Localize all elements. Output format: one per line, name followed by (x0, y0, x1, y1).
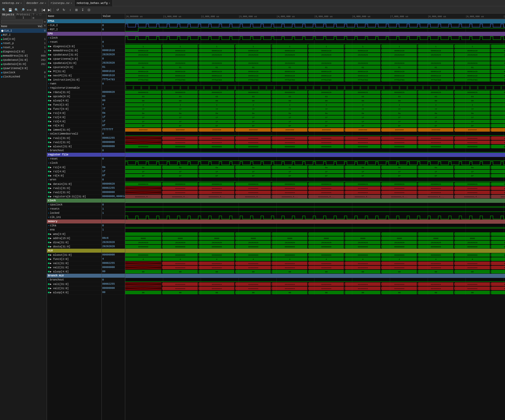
row-rwen-name[interactable]: ▪ rwen (47, 82, 101, 86)
row-immed-name[interactable]: ▦▶ immed[31:0] (47, 128, 101, 132)
row-cpu-reset-name[interactable]: ▪reset (47, 40, 101, 44)
row-cpuwriteena-name[interactable]: ▦▶ cpuwriteena[3:0] (47, 57, 101, 61)
signal-clocklocked[interactable]: ▣ clockLocked 1 (0, 75, 47, 79)
row-rf-rs2-name[interactable]: ▦▶ rs2[4:0] (47, 169, 101, 174)
go-start-button[interactable]: |◀ (40, 7, 46, 13)
row-func7-name[interactable]: ▦▶ func7[6:0] (47, 107, 101, 111)
close-tab-decoder[interactable]: ✕ (45, 2, 46, 5)
row-clk-locked-name[interactable]: ▪ locked (47, 211, 101, 215)
signal-cpuclock[interactable]: ▣ cpuclock 0 (0, 70, 47, 75)
marker-button[interactable]: ⊞ (74, 7, 79, 13)
row-cpustate-name[interactable]: ▦▶ cpustate[6:0] (47, 65, 101, 69)
signal-cpudatain[interactable]: ▦ cpudatain[31:0] 202 (0, 62, 47, 66)
go-end-button[interactable]: ▶| (47, 7, 52, 13)
search-button[interactable]: 🔍 (1, 7, 7, 13)
row-rf-rval2-name[interactable]: ▦▶ rval2[31:0] (47, 190, 101, 194)
signal-memaddr[interactable]: ▦ memaddress[31:0] 000 (0, 54, 47, 58)
tab-nekotop[interactable]: nekotop.sv ✕ (0, 0, 24, 6)
waveform-view-button[interactable]: ⊡ (86, 7, 92, 13)
row-alu-val1-name[interactable]: ▦▶ val1[31:0] (47, 261, 101, 265)
row-mem-clka-name[interactable]: ▪ clka (47, 224, 101, 228)
signal-clk[interactable]: 🕐 CLK_I 0 (0, 29, 47, 33)
row-mem-addra-name[interactable]: ▦▶ addra[15:0] (47, 236, 101, 240)
row-alu-val2-name[interactable]: ▦▶ val2[31:0] (47, 265, 101, 270)
row-mem-wea-name[interactable]: ▦▶ wea[3:0] (47, 232, 101, 236)
row-balu-val1-name[interactable]: ▦▶ val1[31:0] (47, 282, 101, 286)
row-nextpc-name[interactable]: ▦▶ nextPC[31:0] (47, 74, 101, 78)
signal-resetn[interactable]: ▣ reset_n 1 (0, 45, 47, 50)
signal-diagnosis[interactable]: ▦ diagnosis[3:0] 1 (0, 50, 47, 54)
row-func3-name[interactable]: ▦▶ func3[2:0] (47, 103, 101, 107)
tab-wcfg[interactable]: nekotop_behav.wcfg ✕ (75, 0, 113, 6)
row-registers-name[interactable]: ▦▶ registers[0:31][31:0] (47, 194, 101, 199)
row-clk-cpuclock-name[interactable]: ▪ cpuclock (47, 203, 101, 207)
svg-text:|5,000,000 us: |5,000,000 us (314, 15, 333, 18)
row-rdata-name[interactable]: ▦▶ rdata[31:0] (47, 90, 101, 94)
row-rf-rval1-name[interactable]: ▦▶ rval1[31:0] (47, 186, 101, 190)
row-diagnosis-name[interactable]: ▦▶ diagnosis[3:0] (47, 44, 101, 48)
row-alu-aluop-name[interactable]: ▦▶ aluop[4:0] (47, 270, 101, 274)
row-regwrite-name[interactable]: ▪ registerwriteenable (47, 86, 101, 90)
signal-led[interactable]: ▦ led[3:0] 1 (0, 37, 47, 41)
row-alu-aluout-name[interactable]: ▦▶ aluout[31:0] (47, 253, 101, 257)
close-tab-riscvcpu[interactable]: ✕ (71, 2, 72, 5)
row-rd-name[interactable]: ▦▶ rd[4:0] (47, 124, 101, 128)
row-mem-ena-name[interactable]: ▪ ena (47, 228, 101, 232)
row-opcode-name[interactable]: ▦▶ opcode[6:0] (47, 94, 101, 99)
zoom-out-button[interactable]: 🔎 (20, 7, 26, 13)
cursor-button[interactable]: ↧ (80, 7, 86, 13)
row-rst-i-name[interactable]: ≈RST_I (47, 28, 101, 32)
row-rf-clock-name[interactable]: ▪ clock (47, 161, 101, 165)
row-clk-in1-name[interactable]: ▪ clk_in1 (47, 215, 101, 220)
tab-protocol[interactable]: Protocol I (15, 14, 32, 20)
row-balu-aluop-name[interactable]: ▦▶ aluop[4:0] (47, 290, 101, 295)
panel-options[interactable]: ? — □ ⊠ (32, 14, 46, 20)
close-tab-wcfg[interactable]: ✕ (109, 2, 110, 5)
row-cpu-clock-name[interactable]: ▪clock (47, 36, 101, 40)
save-button[interactable]: 💾 (7, 7, 13, 13)
row-rval2-name[interactable]: ▦▶ rval2[31:0] (47, 140, 101, 144)
row-rs1-name[interactable]: ▦▶ rs1[4:0] (47, 111, 101, 115)
row-aluout-name[interactable]: ▦▶ aluout[31:0] (47, 144, 101, 149)
signal-resetp[interactable]: ▣ reset_p 1 (0, 41, 47, 45)
undo-button[interactable]: ↺ (55, 7, 61, 13)
signal-cpuwriteena[interactable]: ▦ cpuwriteena[3:0] (0, 66, 47, 70)
row-aluop-name[interactable]: ▦▶ aluop[4:0] (47, 99, 101, 103)
row-mem-dina-name[interactable]: ▦▶ dina[31:0] (47, 240, 101, 245)
close-tab-nekotop[interactable]: ✕ (20, 2, 22, 5)
signal-cpudataout[interactable]: ▦ cpudataout[31:0] 202 (0, 58, 47, 62)
row-mem-douta-name[interactable]: ▦▶ douta[31:0] (47, 245, 101, 249)
row-alu-func3-name[interactable]: ▦▶ func3[2:0] (47, 257, 101, 261)
row-pc-name[interactable]: ▦▶ PC[31:0] (47, 69, 101, 74)
row-rf-reset-name[interactable]: ▪ reset (47, 157, 101, 161)
row-instruction-name[interactable]: ▦▶ instruction[31:0] (47, 78, 101, 82)
search-input[interactable] (1, 20, 43, 24)
row-cpudatain-name[interactable]: ▦▶ cpudatain[31:0] (47, 61, 101, 65)
row-clk-i-name[interactable]: ≈CLK_I (47, 23, 101, 28)
row-balu-branchout-name[interactable]: ▪ branchout (47, 278, 101, 282)
expand-button[interactable]: ↕ (67, 7, 73, 13)
row-branchout-name[interactable]: ▪ branchout (47, 149, 101, 153)
row-rs3-name[interactable]: ▦▶ rs3[4:0] (47, 119, 101, 124)
row-rs2-name[interactable]: ▦▶ rs2[4:0] (47, 115, 101, 119)
tab-riscvcpu[interactable]: riscvcpu.sv ✕ (49, 0, 75, 6)
row-balu-val2-name[interactable]: ▦▶ val2[31:0] (47, 286, 101, 290)
zoom-reset-button[interactable]: ⊞ (32, 7, 38, 13)
row-selectimmed-name[interactable]: ▪ selectimmedasrval2 (47, 132, 101, 136)
row-rf-rs1-name[interactable]: ▦▶ rs1[4:0] (47, 165, 101, 169)
search-settings-icon[interactable]: ⚙ (44, 20, 46, 23)
row-rval1-name[interactable]: ▦▶ rval1[31:0] (47, 136, 101, 140)
row-rf-wren-name[interactable]: ▪ wren (47, 178, 101, 182)
signal-rst[interactable]: ▣ RST_I (0, 33, 47, 37)
zoom-fit-button[interactable]: ⟷ (26, 7, 32, 13)
row-memaddr-name[interactable]: ▦▶ memaddress[31:0] (47, 48, 101, 53)
row-cpudataout-name[interactable]: ▦▶ cpudataout[31:0] (47, 53, 101, 57)
row-clk-resetn-name[interactable]: ▪ resetn (47, 207, 101, 211)
tab-objects[interactable]: Objects (1, 14, 15, 20)
row-rf-datain-name[interactable]: ▦▶ datain[31:0] (47, 182, 101, 186)
zoom-in-button[interactable]: 🔍 (14, 7, 19, 13)
redo-button[interactable]: ↻ (61, 7, 67, 13)
tab-decoder[interactable]: decoder.sv ✕ (24, 0, 49, 6)
waves-area[interactable]: 11111111111100001b1800001b1800001b180000… (125, 19, 505, 420)
row-rf-rd-name[interactable]: ▦▶ rd[4:0] (47, 174, 101, 178)
